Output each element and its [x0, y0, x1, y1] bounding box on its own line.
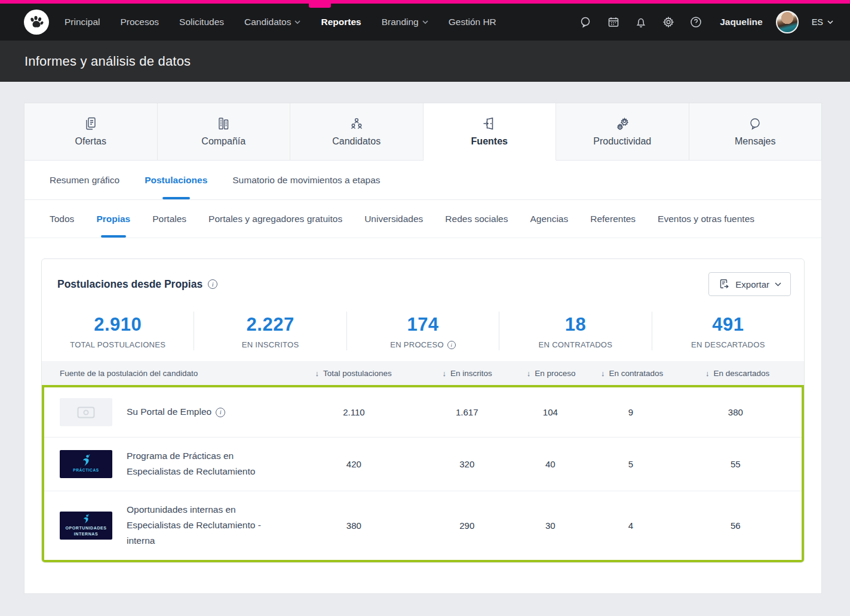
cell-contratados: 4	[592, 520, 670, 531]
cell-total: 380	[283, 520, 425, 531]
bell-icon[interactable]	[634, 15, 648, 29]
stat-value: 2.910	[42, 314, 194, 335]
cell-proceso: 30	[509, 520, 593, 531]
nav-item-solicitudes[interactable]: Solicitudes	[179, 17, 224, 27]
tab-mensajes[interactable]: Mensajes	[689, 103, 822, 161]
tab-productividad[interactable]: Productividad	[556, 103, 689, 161]
tab-label: Productividad	[593, 136, 651, 147]
nav-item-candidatos[interactable]: Candidatos	[244, 17, 300, 27]
export-doc-icon	[718, 278, 730, 290]
source-logo-placeholder	[60, 398, 112, 426]
row-source-cell: PRÁCTICAS Programa de Prácticas en Espec…	[44, 438, 283, 491]
sort-desc-icon: ↓	[443, 369, 447, 378]
sort-desc-icon: ↓	[705, 369, 710, 378]
page-bottom-margin	[0, 594, 850, 616]
stat-label: EN PROCESO i	[347, 340, 499, 349]
stat-value: 174	[347, 314, 499, 335]
stat-total-postulaciones: 2.910 TOTAL POSTULACIONES	[42, 312, 194, 350]
filter-todos[interactable]: Todos	[50, 200, 74, 238]
cell-inscritos: 1.617	[425, 407, 509, 417]
stat-label: EN INSCRITOS	[194, 340, 346, 349]
info-icon[interactable]: i	[447, 341, 456, 349]
tab-label: Candidatos	[332, 136, 380, 147]
chat-icon[interactable]	[579, 15, 593, 29]
col-fuente: Fuente de la postulación del candidato	[42, 369, 281, 378]
postulaciones-card: Postulaciones desde Propias i Exportar 2…	[41, 258, 805, 563]
filter-universidades[interactable]: Universidades	[364, 200, 423, 238]
stat-en-proceso: 174 EN PROCESO i	[347, 312, 499, 350]
col-en-inscritos[interactable]: ↓En inscritos	[425, 369, 509, 378]
card-title: Postulaciones desde Propias i	[57, 278, 217, 291]
gear-icon[interactable]	[661, 15, 676, 29]
col-en-descartados[interactable]: ↓En descartados	[671, 369, 804, 378]
nav-item-branding[interactable]: Branding	[382, 17, 428, 27]
col-en-contratados[interactable]: ↓En contratados	[593, 369, 671, 378]
cell-total: 420	[283, 459, 425, 469]
stat-label: TOTAL POSTULACIONES	[42, 340, 194, 349]
logo-caption: OPORTUNIDADES INTERNAS	[60, 525, 112, 537]
row-source-cell: OPORTUNIDADES INTERNAS Oportunidades int…	[44, 491, 283, 560]
candidates-people-icon	[349, 116, 364, 131]
app-logo[interactable]	[24, 10, 49, 35]
export-button[interactable]: Exportar	[708, 272, 791, 296]
cell-inscritos: 290	[425, 520, 509, 531]
page-title: Informes y análisis de datos	[24, 54, 191, 69]
nav-item-gestion-hr[interactable]: Gestión HR	[449, 17, 496, 27]
source-name: Oportunidades internas en Especialistas …	[127, 502, 277, 549]
filter-portales-agregadores[interactable]: Portales y agregadores gratuitos	[208, 200, 342, 238]
info-icon[interactable]: i	[208, 279, 217, 289]
image-placeholder-icon	[77, 406, 95, 418]
highlighted-rows-region: Su Portal de Empleo i 2.110 1.617 104 9 …	[42, 385, 804, 562]
col-en-proceso[interactable]: ↓En proceso	[509, 369, 593, 378]
filter-propias[interactable]: Propias	[96, 200, 130, 238]
nav-item-reportes[interactable]: Reportes	[321, 17, 361, 27]
user-name[interactable]: Jaqueline	[720, 17, 763, 27]
filter-redes-sociales[interactable]: Redes sociales	[445, 200, 508, 238]
language-selector[interactable]: ES	[812, 17, 833, 27]
source-name: Programa de Prácticas en Especialistas d…	[127, 448, 277, 480]
sources-door-icon	[482, 116, 496, 131]
stat-en-contratados: 18 EN CONTRATADOS	[499, 312, 652, 350]
table-row[interactable]: PRÁCTICAS Programa de Prácticas en Espec…	[44, 437, 802, 491]
user-avatar[interactable]	[776, 11, 799, 33]
cell-inscritos: 320	[425, 459, 509, 469]
help-icon[interactable]	[689, 15, 703, 29]
export-label: Exportar	[735, 279, 769, 289]
company-buildings-icon	[216, 116, 231, 131]
tab-ofertas[interactable]: Ofertas	[24, 103, 158, 161]
filter-portales[interactable]: Portales	[152, 200, 186, 238]
person-swoosh-icon	[81, 514, 91, 525]
subtab-resumen-grafico[interactable]: Resumen gráfico	[50, 161, 119, 199]
subtab-sumatorio[interactable]: Sumatorio de movimientos a etapas	[232, 161, 380, 199]
row-source-cell: Su Portal de Empleo i	[44, 387, 283, 437]
table-row[interactable]: OPORTUNIDADES INTERNAS Oportunidades int…	[44, 491, 802, 560]
nav-right-cluster: Jaqueline ES	[579, 11, 833, 33]
cell-descartados: 380	[670, 407, 802, 417]
table-row[interactable]: Su Portal de Empleo i 2.110 1.617 104 9 …	[44, 387, 802, 437]
cell-contratados: 9	[592, 407, 670, 417]
tab-compania[interactable]: Compañía	[158, 103, 291, 161]
stat-value: 18	[499, 314, 651, 335]
filter-eventos[interactable]: Eventos y otras fuentes	[658, 200, 754, 238]
filter-agencias[interactable]: Agencias	[530, 200, 568, 238]
subtab-postulaciones[interactable]: Postulaciones	[145, 161, 207, 199]
offers-doc-icon	[84, 116, 97, 131]
table-header: Fuente de la postulación del candidato ↓…	[42, 361, 804, 385]
tab-fuentes[interactable]: Fuentes	[424, 103, 557, 161]
sort-desc-icon: ↓	[601, 369, 605, 378]
tab-label: Ofertas	[75, 136, 106, 147]
productivity-gears-icon	[615, 116, 630, 131]
info-icon[interactable]: i	[216, 408, 225, 417]
tab-candidatos[interactable]: Candidatos	[290, 103, 424, 161]
stat-en-inscritos: 2.227 EN INSCRITOS	[194, 312, 346, 350]
source-name: Su Portal de Empleo i	[127, 404, 225, 420]
nav-item-procesos[interactable]: Procesos	[120, 17, 159, 27]
reports-panel: Ofertas Compañía Candidatos	[24, 103, 822, 594]
nav-menu: Principal Procesos Solicitudes Candidato…	[65, 17, 496, 27]
col-total-postulaciones[interactable]: ↓Total postulaciones	[281, 369, 425, 378]
calendar-icon[interactable]	[606, 15, 621, 29]
chevron-down-icon	[827, 20, 833, 24]
nav-item-principal[interactable]: Principal	[65, 17, 100, 27]
stat-label: EN DESCARTADOS	[652, 340, 804, 349]
filter-referentes[interactable]: Referentes	[590, 200, 636, 238]
